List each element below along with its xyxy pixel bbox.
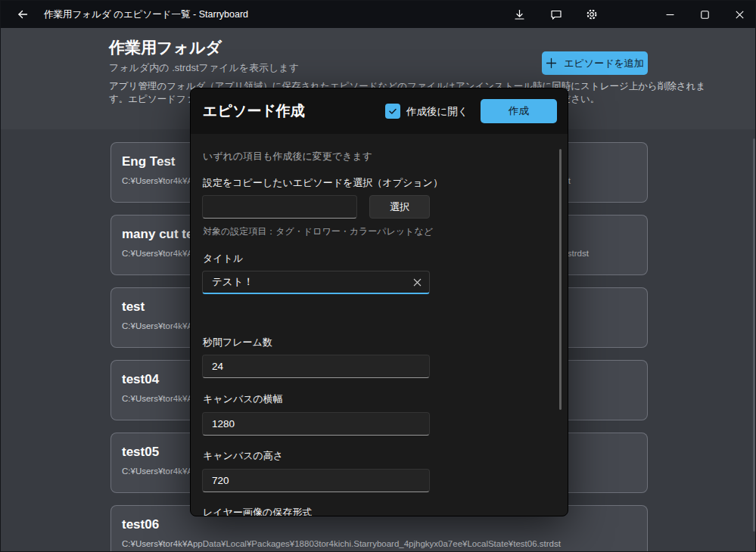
episode-name: test bbox=[122, 299, 145, 315]
feedback-button[interactable] bbox=[540, 1, 573, 28]
canvas-height-label: キャンバスの高さ bbox=[203, 449, 283, 463]
settings-button[interactable] bbox=[575, 1, 608, 28]
episode-path: C:¥Users¥tor4k¥AppData¥Local¥Packages¥18… bbox=[122, 539, 561, 548]
canvas-width-label: キャンバスの横幅 bbox=[203, 392, 283, 406]
checkmark-icon bbox=[388, 107, 397, 116]
back-button[interactable] bbox=[10, 3, 36, 26]
dialog-title: エピソード作成 bbox=[203, 101, 305, 121]
back-arrow-icon bbox=[17, 8, 29, 20]
episode-create-dialog: エピソード作成 作成後に開く 作成 いずれの項目も作成後に変更できます 設定をコ… bbox=[190, 88, 568, 516]
close-icon bbox=[736, 11, 744, 19]
canvas-width-value: 1280 bbox=[212, 418, 235, 430]
add-episode-button-label: エピソードを追加 bbox=[564, 57, 644, 70]
layer-format-label: レイヤー画像の保存形式 bbox=[203, 506, 312, 516]
canvas-height-input[interactable]: 720 bbox=[202, 469, 430, 492]
gear-icon bbox=[586, 8, 598, 20]
dialog-scrollbar[interactable] bbox=[559, 149, 562, 410]
copy-episode-hint: 対象の設定項目：タグ・ドロワー・カラーパレットなど bbox=[203, 225, 433, 238]
titlebar: 作業用フォルダ のエピソード一覧 - Starryboard bbox=[1, 1, 756, 28]
dialog-note: いずれの項目も作成後に変更できます bbox=[203, 150, 372, 163]
chat-bubble-icon bbox=[550, 9, 562, 20]
download-button[interactable] bbox=[502, 1, 536, 28]
window-title: 作業用フォルダ のエピソード一覧 - Starryboard bbox=[44, 1, 248, 28]
select-episode-button[interactable]: 選択 bbox=[369, 195, 430, 219]
maximize-button[interactable] bbox=[687, 1, 722, 28]
title-input[interactable]: テスト！ bbox=[202, 271, 430, 294]
add-episode-button[interactable]: エピソードを追加 bbox=[542, 51, 648, 75]
list-scrollbar[interactable] bbox=[753, 138, 755, 532]
episode-name: test06 bbox=[122, 517, 159, 532]
plus-icon bbox=[546, 57, 557, 69]
copy-episode-input[interactable] bbox=[202, 195, 357, 219]
clear-title-button[interactable] bbox=[413, 271, 422, 293]
create-button[interactable]: 作成 bbox=[481, 99, 557, 123]
title-field-label: タイトル bbox=[203, 252, 243, 265]
episode-name: Eng Test bbox=[122, 154, 176, 169]
fps-input[interactable]: 24 bbox=[202, 355, 430, 378]
page-title: 作業用フォルダ bbox=[109, 37, 222, 58]
canvas-height-value: 720 bbox=[212, 475, 229, 486]
canvas-width-input[interactable]: 1280 bbox=[202, 412, 430, 436]
fps-field-label: 秒間フレーム数 bbox=[203, 336, 272, 349]
maximize-icon bbox=[701, 11, 709, 19]
title-input-value: テスト！ bbox=[212, 275, 254, 289]
app-window: 作業用フォルダ のエピソード一覧 - Starryboard bbox=[0, 0, 756, 552]
open-after-create-label: 作成後に開く bbox=[406, 105, 468, 119]
episode-name: test05 bbox=[122, 445, 159, 460]
copy-episode-label: 設定をコピーしたいエピソードを選択（オプション） bbox=[203, 176, 443, 190]
close-button[interactable] bbox=[722, 1, 756, 28]
open-after-create-checkbox[interactable] bbox=[385, 104, 400, 119]
minimize-button[interactable] bbox=[652, 1, 687, 28]
page-subtitle: フォルダ内の .strdstファイルを表示します bbox=[109, 61, 299, 75]
episode-name: test04 bbox=[122, 372, 159, 387]
minimize-icon bbox=[666, 11, 674, 19]
fps-input-value: 24 bbox=[212, 361, 223, 372]
select-episode-button-label: 選択 bbox=[390, 200, 409, 214]
create-button-label: 作成 bbox=[509, 104, 529, 118]
download-icon bbox=[514, 9, 525, 20]
